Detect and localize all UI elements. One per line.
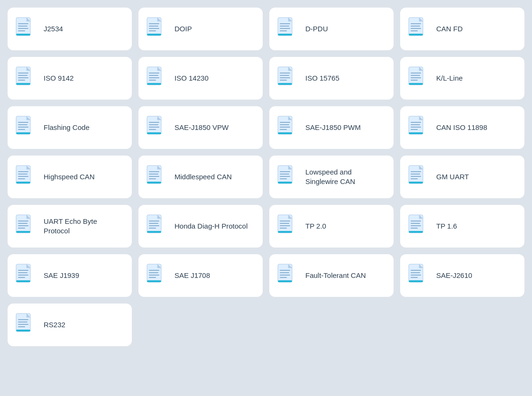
protocol-card-14[interactable]: Middlespeed CAN: [138, 156, 263, 198]
protocol-card-label: ISO 15765: [305, 74, 339, 83]
svg-rect-101: [16, 231, 30, 233]
protocol-card-3[interactable]: D-PDU: [269, 8, 394, 50]
protocol-doc-icon: [146, 165, 168, 189]
protocol-doc-icon: [408, 115, 430, 140]
protocol-card-label: CAN ISO 11898: [436, 123, 487, 132]
protocol-card-5[interactable]: ISO 9142: [8, 57, 132, 100]
protocol-card-10[interactable]: SAE-J1850 VPW: [138, 106, 263, 149]
svg-rect-35: [147, 83, 161, 85]
protocol-card-16[interactable]: GM UART: [400, 156, 524, 198]
protocol-card-4[interactable]: CAN FD: [400, 8, 524, 50]
protocol-doc-icon: [146, 263, 168, 288]
protocol-card-label: K/L-Line: [436, 74, 463, 83]
protocol-card-label: CAN FD: [436, 24, 463, 34]
protocol-card-15[interactable]: Lowspeed and Singlewire CAN: [269, 156, 394, 198]
svg-rect-125: [16, 280, 30, 282]
protocol-card-label: GM UART: [436, 172, 469, 182]
protocol-card-2[interactable]: DOIP: [138, 8, 263, 50]
protocol-doc-icon: [146, 115, 168, 140]
protocol-card-13[interactable]: Highspeed CAN: [8, 156, 132, 198]
protocol-doc-icon: [277, 115, 299, 140]
protocol-doc-icon: [277, 165, 299, 189]
svg-rect-71: [409, 132, 423, 134]
svg-rect-119: [409, 231, 423, 233]
protocol-doc-icon: [277, 66, 299, 91]
protocol-doc-icon: [15, 17, 37, 41]
protocol-card-label: ISO 9142: [44, 74, 73, 83]
svg-rect-53: [16, 132, 30, 134]
protocol-card-label: SAE-J1850 VPW: [174, 123, 229, 132]
protocol-card-label: SAE J1939: [44, 271, 79, 280]
protocol-card-label: TP 2.0: [305, 221, 326, 231]
protocol-card-label: Flashing Code: [44, 123, 90, 132]
protocol-doc-icon: [15, 313, 37, 337]
protocol-doc-icon: [15, 263, 37, 288]
protocol-doc-icon: [408, 263, 430, 288]
protocol-card-label: ISO 14230: [174, 74, 209, 83]
protocol-grid: J2534 DOIP D-PDU: [8, 8, 524, 346]
svg-rect-59: [147, 132, 161, 134]
protocol-doc-icon: [15, 115, 37, 140]
protocol-doc-icon: [277, 17, 299, 41]
svg-rect-83: [147, 182, 161, 184]
svg-rect-107: [147, 231, 161, 233]
protocol-card-label: RS232: [44, 320, 65, 330]
protocol-card-24[interactable]: SAE-J2610: [400, 254, 524, 297]
svg-rect-65: [278, 132, 292, 134]
protocol-card-label: J2534: [44, 24, 63, 34]
protocol-card-21[interactable]: SAE J1939: [8, 254, 132, 297]
svg-rect-5: [16, 34, 30, 36]
protocol-doc-icon: [408, 66, 430, 91]
protocol-card-label: Lowspeed and Singlewire CAN: [305, 167, 386, 187]
protocol-card-11[interactable]: SAE-J1850 PWM: [269, 106, 394, 149]
protocol-doc-icon: [15, 165, 37, 189]
protocol-doc-icon: [408, 17, 430, 41]
protocol-card-20[interactable]: TP 1.6: [400, 205, 524, 248]
svg-rect-137: [278, 280, 292, 282]
protocol-card-17[interactable]: UART Echo Byte Protocol: [8, 205, 132, 248]
protocol-doc-icon: [408, 165, 430, 189]
protocol-card-6[interactable]: ISO 14230: [138, 57, 263, 100]
protocol-doc-icon: [146, 66, 168, 91]
protocol-card-1[interactable]: J2534: [8, 8, 132, 50]
protocol-card-22[interactable]: SAE J1708: [138, 254, 263, 297]
protocol-doc-icon: [408, 214, 430, 239]
svg-rect-143: [409, 280, 423, 282]
protocol-card-label: DOIP: [174, 24, 192, 34]
svg-rect-47: [409, 83, 423, 85]
protocol-doc-icon: [146, 17, 168, 41]
protocol-card-label: Highspeed CAN: [44, 172, 95, 182]
svg-rect-77: [16, 182, 30, 184]
svg-rect-149: [16, 330, 30, 332]
svg-rect-89: [278, 182, 292, 184]
protocol-card-label: SAE J1708: [174, 271, 210, 280]
svg-rect-95: [409, 182, 423, 184]
protocol-card-label: D-PDU: [305, 24, 328, 34]
protocol-card-7[interactable]: ISO 15765: [269, 57, 394, 100]
protocol-card-23[interactable]: Fault-Tolerant CAN: [269, 254, 394, 297]
protocol-card-label: Fault-Tolerant CAN: [305, 271, 366, 280]
svg-rect-113: [278, 231, 292, 233]
protocol-card-label: Middlespeed CAN: [174, 172, 232, 182]
protocol-card-label: SAE-J1850 PWM: [305, 123, 361, 132]
protocol-doc-icon: [146, 214, 168, 239]
protocol-doc-icon: [277, 214, 299, 239]
protocol-card-8[interactable]: K/L-Line: [400, 57, 524, 100]
protocol-doc-icon: [277, 263, 299, 288]
protocol-doc-icon: [15, 214, 37, 239]
protocol-card-18[interactable]: Honda Diag-H Protocol: [138, 205, 263, 248]
svg-rect-29: [16, 83, 30, 85]
protocol-card-12[interactable]: CAN ISO 11898: [400, 106, 524, 149]
protocol-card-9[interactable]: Flashing Code: [8, 106, 132, 149]
protocol-card-19[interactable]: TP 2.0: [269, 205, 394, 248]
svg-rect-41: [278, 83, 292, 85]
protocol-doc-icon: [15, 66, 37, 91]
protocol-card-label: SAE-J2610: [436, 271, 472, 280]
protocol-card-label: Honda Diag-H Protocol: [174, 221, 248, 231]
protocol-card-25[interactable]: RS232: [8, 304, 132, 346]
svg-rect-11: [147, 34, 161, 36]
protocol-card-label: TP 1.6: [436, 221, 457, 231]
svg-rect-23: [409, 34, 423, 36]
svg-rect-131: [147, 280, 161, 282]
svg-rect-17: [278, 34, 292, 36]
